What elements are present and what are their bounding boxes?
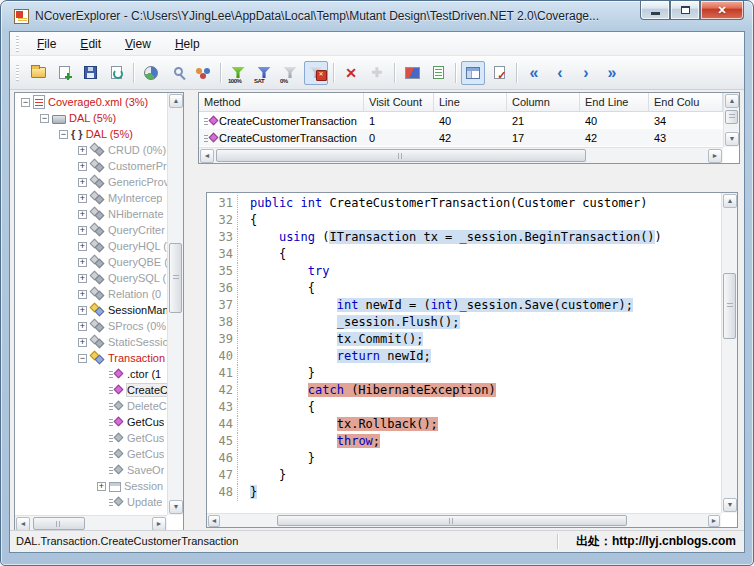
filter-sat-button[interactable]: SAT <box>252 61 276 85</box>
scroll-up-arrow[interactable]: ▲ <box>723 194 737 208</box>
menu-file[interactable]: File <box>25 34 68 54</box>
tree-item[interactable]: GetCus <box>15 446 167 462</box>
scroll-left-arrow[interactable]: ◄ <box>16 517 30 531</box>
close-button[interactable]: ✕ <box>700 1 744 20</box>
nav-next-button[interactable]: › <box>574 61 598 85</box>
scrollbar-thumb[interactable] <box>723 273 736 339</box>
column-header[interactable]: End Colu <box>649 93 723 111</box>
filter-100-button[interactable]: 100% <box>226 61 250 85</box>
menu-edit[interactable]: Edit <box>68 34 113 54</box>
column-header[interactable]: Method <box>199 93 364 111</box>
scrollbar-thumb[interactable] <box>169 243 182 313</box>
tree-item[interactable]: GetCus <box>15 430 167 446</box>
collapse-expander-icon[interactable]: − <box>21 98 30 107</box>
tree-item[interactable]: +GenericProv <box>15 174 167 190</box>
scrollbar-thumb[interactable] <box>725 110 738 124</box>
collapse-expander-icon[interactable]: − <box>59 130 68 139</box>
merge-button[interactable] <box>191 61 215 85</box>
tree-item[interactable]: +CustomerPr <box>15 158 167 174</box>
column-header[interactable]: Visit Count <box>364 93 434 111</box>
tree-item[interactable]: +SProcs (0% <box>15 318 167 334</box>
refresh-button[interactable] <box>104 61 128 85</box>
collapse-expander-icon[interactable]: − <box>40 114 49 123</box>
tree-item[interactable]: +QueryHQL ( <box>15 238 167 254</box>
tree-item[interactable]: +StaticSessio <box>15 334 167 350</box>
menubar-grip[interactable] <box>16 36 19 52</box>
new-report-button[interactable] <box>52 61 76 85</box>
scroll-down-arrow[interactable]: ▼ <box>169 500 183 514</box>
filter-clear-button[interactable] <box>304 61 328 85</box>
tree-item[interactable]: +Session <box>15 478 167 494</box>
tree-item[interactable]: +QueryCriter <box>15 222 167 238</box>
image-report-button[interactable] <box>400 61 424 85</box>
menu-view[interactable]: View <box>113 34 163 54</box>
menu-help[interactable]: Help <box>163 34 212 54</box>
tree-item[interactable]: GetCus <box>15 414 167 430</box>
expand-expander-icon[interactable]: + <box>78 274 87 283</box>
scrollbar-thumb[interactable] <box>277 515 627 526</box>
scroll-up-arrow[interactable]: ▲ <box>169 94 183 108</box>
expand-expander-icon[interactable]: + <box>78 306 87 315</box>
maximize-button[interactable] <box>670 1 700 20</box>
table-row[interactable]: CreateCustomerTransaction140214034 <box>199 112 723 129</box>
expand-expander-icon[interactable]: + <box>78 210 87 219</box>
tree-vertical-scrollbar[interactable]: ▲ ▼ <box>167 93 183 515</box>
tree-horizontal-scrollbar[interactable]: ◄ ► <box>15 515 167 531</box>
tree-item[interactable]: −Coverage0.xml (3%) <box>15 94 167 110</box>
tree-item[interactable]: +CRUD (0%) <box>15 142 167 158</box>
scroll-left-arrow[interactable]: ◄ <box>200 149 214 163</box>
expand-expander-icon[interactable]: + <box>78 258 87 267</box>
expand-expander-icon[interactable]: + <box>78 338 87 347</box>
expand-expander-icon[interactable]: + <box>78 242 87 251</box>
table-horizontal-scrollbar[interactable]: ◄ ► <box>199 147 723 163</box>
expand-expander-icon[interactable]: + <box>78 178 87 187</box>
run-checks-button[interactable] <box>487 61 511 85</box>
code-vertical-scrollbar[interactable]: ▲ ▼ <box>721 193 737 513</box>
tree-item[interactable]: −{ }DAL (5%) <box>15 126 167 142</box>
expand-expander-icon[interactable]: + <box>78 322 87 331</box>
tree-item[interactable]: .ctor (1 <box>15 366 167 382</box>
tree-item[interactable]: CreateC <box>15 382 167 398</box>
save-button[interactable] <box>78 61 102 85</box>
nav-prev-button[interactable]: ‹ <box>548 61 572 85</box>
scroll-down-arrow[interactable]: ▼ <box>723 498 737 512</box>
scroll-down-arrow[interactable]: ▼ <box>725 132 739 146</box>
column-header[interactable]: Column <box>507 93 580 111</box>
tree-item[interactable]: +SessionMan <box>15 302 167 318</box>
tree-item[interactable]: +QueryQBE ( <box>15 254 167 270</box>
tree-item[interactable]: −Transaction <box>15 350 167 366</box>
collapse-expander-icon[interactable]: − <box>78 354 87 363</box>
scroll-up-arrow[interactable]: ▲ <box>725 94 739 108</box>
tree-item[interactable]: SaveOr <box>15 462 167 478</box>
report-button[interactable] <box>426 61 450 85</box>
expand-expander-icon[interactable]: + <box>78 162 87 171</box>
scroll-right-arrow[interactable]: ► <box>708 515 720 527</box>
delete-button[interactable]: ✕ <box>339 61 363 85</box>
expand-expander-icon[interactable]: + <box>97 482 106 491</box>
scroll-right-arrow[interactable]: ► <box>152 517 166 531</box>
scroll-left-arrow[interactable]: ◄ <box>208 515 220 527</box>
table-vertical-scrollbar[interactable]: ▲ ▼ <box>723 93 739 147</box>
tree-item[interactable]: +MyIntercep <box>15 190 167 206</box>
source-code-view[interactable]: 31public int CreateCustomerTransaction(C… <box>207 195 721 513</box>
scroll-right-arrow[interactable]: ► <box>708 149 722 163</box>
expand-expander-icon[interactable]: + <box>78 194 87 203</box>
toggle-panels-button[interactable] <box>461 61 485 85</box>
expand-expander-icon[interactable]: + <box>78 146 87 155</box>
minimize-button[interactable] <box>640 1 670 20</box>
nav-first-button[interactable]: « <box>522 61 546 85</box>
scrollbar-thumb[interactable] <box>216 149 586 162</box>
find-button[interactable] <box>165 61 189 85</box>
nav-last-button[interactable]: » <box>600 61 624 85</box>
column-header[interactable]: Line <box>434 93 507 111</box>
tree-item[interactable]: −DAL (5%) <box>15 110 167 126</box>
scrollbar-thumb[interactable] <box>33 517 85 530</box>
expand-expander-icon[interactable]: + <box>78 290 87 299</box>
title-bar[interactable]: NCoverExplorer - C:\Users\YJingLee\AppDa… <box>1 1 753 31</box>
open-button[interactable] <box>26 61 50 85</box>
tree-item[interactable]: +NHibernate <box>15 206 167 222</box>
column-header[interactable]: End Line <box>580 93 649 111</box>
tree-item[interactable]: Update <box>15 494 167 510</box>
tree-item[interactable]: DeleteC <box>15 398 167 414</box>
expand-expander-icon[interactable]: + <box>78 226 87 235</box>
